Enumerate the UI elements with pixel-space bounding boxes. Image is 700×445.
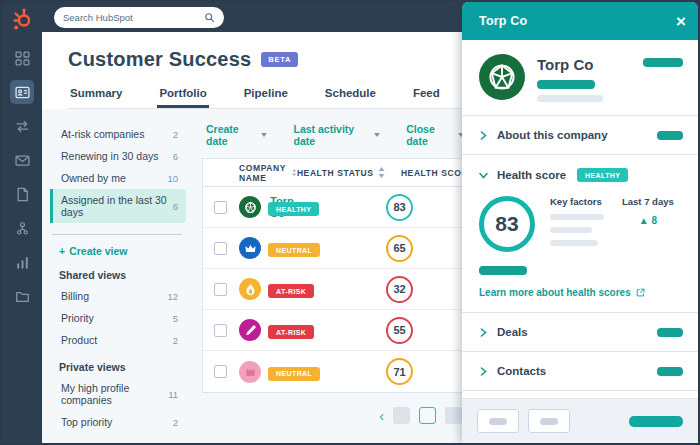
grid-icon[interactable] [10,46,34,70]
external-link-icon [636,288,645,297]
folder-icon[interactable] [10,284,34,308]
view-renewing-30-days[interactable]: Renewing in 30 days 6 [50,145,186,167]
beta-badge: BETA [261,52,298,67]
filter-last-activity-date[interactable]: Last activity date [293,123,380,147]
health-score-ring: 65 [386,235,413,262]
redacted-text [537,80,595,89]
section-about-this-company[interactable]: About this company [462,116,698,155]
view-owned-by-me[interactable]: Owned by me 10 [50,167,186,189]
column-company-name[interactable]: COMPANY NAME [239,163,297,183]
view-assigned-last-30-days[interactable]: Assigned in the last 30 days 6 [50,189,186,223]
chevron-right-icon [479,367,488,376]
pen-icon [244,324,257,337]
row-checkbox[interactable] [214,242,227,255]
table-row[interactable]: NEUTRAL 65 [203,228,464,269]
search-icon [204,12,215,23]
redacted-text [550,227,592,233]
table-row[interactable]: Torp Co HEALTHY 83 [203,187,464,228]
page-button[interactable] [393,407,410,424]
page-button[interactable] [445,407,462,424]
health-score-ring: 83 [479,196,535,252]
row-checkbox[interactable] [214,365,227,378]
column-health-status[interactable]: HEALTH STATUS [297,167,401,178]
filter-bar: Create date Last activity date Close dat… [206,123,464,147]
view-product[interactable]: Product 2 [50,329,186,351]
panel-footer [462,398,698,443]
create-view-button[interactable]: + Create view [59,245,186,257]
health-score-ring: 55 [386,317,413,344]
view-billing[interactable]: Billing 12 [50,285,186,307]
company-avatar [479,54,525,100]
redacted-action[interactable] [643,58,683,67]
contacts-card-icon[interactable] [10,80,34,104]
sync-arrows-icon[interactable] [10,114,34,138]
table-row[interactable]: AT-RISK 32 [203,269,464,310]
crown-icon [244,242,257,255]
table-row[interactable]: NEUTRAL 71 [203,351,464,392]
redacted-label [489,418,507,425]
view-count: 10 [167,173,178,184]
footer-button[interactable] [477,409,519,433]
globe-icon [487,62,517,92]
view-count: 11 [168,389,178,400]
redacted-action[interactable] [657,367,683,376]
org-chart-icon[interactable] [10,216,34,240]
view-count: 6 [173,151,178,162]
companies-table: COMPANY NAME HEALTH STATUS HEALTH SCORE … [202,158,464,393]
divider [52,234,182,235]
view-count: 2 [173,417,178,428]
table-row[interactable]: AT-RISK 55 [203,310,464,351]
view-at-risk-companies[interactable]: At-risk companies 2 [50,123,186,145]
footer-primary-action[interactable] [629,416,683,427]
tab-portfolio[interactable]: Portfolio [157,87,208,108]
row-checkbox[interactable] [214,201,227,214]
section-deals[interactable]: Deals [462,313,698,352]
close-icon[interactable]: × [676,13,686,30]
tab-bar: Summary Portfolio Pipeline Schedule Feed [68,87,464,109]
document-icon[interactable] [10,182,34,206]
filter-close-date[interactable]: Close date [406,123,464,147]
view-top-priority[interactable]: Top priority 2 [50,411,186,433]
redacted-text [537,95,603,102]
chevron-down-icon[interactable] [479,171,488,180]
panel-title: Torp Co [479,14,527,28]
plus-icon: + [59,245,65,257]
company-avatar [239,361,261,383]
health-score-ring: 71 [386,358,413,385]
redacted-action[interactable] [657,131,683,140]
row-checkbox[interactable] [214,283,227,296]
chevron-down-icon [261,133,267,137]
tab-schedule[interactable]: Schedule [323,87,378,108]
filter-create-date[interactable]: Create date [206,123,267,147]
tab-pipeline[interactable]: Pipeline [242,87,290,108]
search-input[interactable] [63,12,204,23]
tab-feed[interactable]: Feed [411,87,442,108]
health-status-badge: AT-RISK [268,284,314,298]
view-my-high-profile-companies[interactable]: My high profile companies 11 [50,377,186,411]
chevron-down-icon [374,133,380,137]
key-factors-label: Key factors [550,196,604,207]
trend-label: Last 7 days [622,196,674,207]
section-contacts[interactable]: Contacts [462,352,698,391]
redacted-text [550,214,604,220]
nav-rail [2,2,42,443]
footer-button[interactable] [528,409,570,433]
tab-summary[interactable]: Summary [68,87,124,108]
global-search[interactable] [54,7,224,28]
bar-chart-icon[interactable] [10,250,34,274]
chevron-right-icon [479,131,488,140]
company-avatar [239,278,261,300]
hubspot-logo-icon[interactable] [10,7,34,31]
view-priority[interactable]: Priority 5 [50,307,186,329]
redacted-action[interactable] [657,328,683,337]
row-checkbox[interactable] [214,324,227,337]
flame-icon [244,283,257,296]
shared-views-title: Shared views [59,269,186,281]
column-health-score[interactable]: HEALTH SCORE [401,167,464,178]
page-button-current[interactable] [419,407,436,424]
views-sidebar: At-risk companies 2 Renewing in 30 days … [42,109,192,443]
main-area: Customer Success BETA Summary Portfolio … [42,32,464,443]
learn-more-link[interactable]: Learn more about health scores [479,287,683,298]
envelope-icon[interactable] [10,148,34,172]
previous-page-button[interactable]: ‹ [379,409,384,423]
